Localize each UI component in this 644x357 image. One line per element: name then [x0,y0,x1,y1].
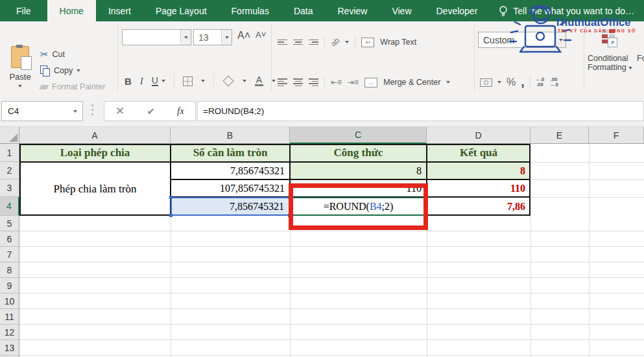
conditional-formatting-dropdown-arrow[interactable] [628,67,632,69]
name-box[interactable]: C4 [1,101,83,121]
paste-dropdown-arrow[interactable] [18,85,22,87]
column-header-f[interactable]: F [589,127,644,144]
underline-button[interactable]: U [152,76,158,86]
column-header-a[interactable]: A [19,127,171,144]
tab-formulas[interactable]: Formulas [219,0,281,21]
tab-developer[interactable]: Developer [424,0,490,21]
row-header-2[interactable]: 2 [0,162,19,179]
row-header-1[interactable]: 1 [0,144,19,162]
tab-data[interactable]: Data [281,0,326,21]
copy-dropdown-arrow[interactable] [77,69,80,72]
tab-insert[interactable]: Insert [96,0,143,21]
cut-button[interactable]: ✂ Cut [40,49,65,60]
orientation-icon[interactable]: ab [329,36,341,48]
conditional-formatting-button[interactable]: Conditional Formatting [588,54,632,72]
italic-button[interactable]: I [140,76,143,87]
copy-button[interactable]: Copy [40,65,80,76]
row-header-13[interactable]: 13 [0,340,19,356]
tab-home[interactable]: Home [47,0,96,21]
cell-b1[interactable]: Số cần làm tròn [171,144,290,162]
top-align-icon[interactable] [278,40,287,45]
row-header-9[interactable]: 9 [0,278,19,294]
cell-c1[interactable]: Công thức [290,144,427,162]
format-as-table-button-partial[interactable]: Fo [637,54,644,63]
row-header-5[interactable]: 5 [0,216,19,231]
orientation-dropdown-arrow[interactable] [345,41,349,43]
reference-handle-icon[interactable] [288,196,291,199]
cell-d1[interactable]: Kết quả [427,144,531,162]
middle-align-icon[interactable] [293,40,303,45]
align-right-icon[interactable] [309,78,318,86]
row-header-4[interactable]: 4 [0,197,19,216]
merge-center-button[interactable]: Merge & Center [383,78,440,87]
cell-c3[interactable]: 110 [290,179,427,197]
cell-d3[interactable]: 110 [427,179,531,197]
tab-file[interactable]: File [0,0,47,21]
column-header-c[interactable]: C [290,127,427,144]
cell-c4-active[interactable]: =ROUND(B4;2) [290,197,427,216]
font-size-dropdown-arrow[interactable] [225,36,229,39]
percent-style-button[interactable]: % [507,76,516,88]
font-name-combo[interactable] [122,29,191,45]
cancel-icon[interactable]: ✕ [115,104,125,118]
accounting-format-icon[interactable] [480,78,492,87]
align-center-icon[interactable] [293,78,303,86]
enter-icon[interactable]: ✔ [147,106,155,117]
empty-cells-bottom[interactable] [19,216,644,357]
cell-b4-referenced[interactable]: 7,856745321 [171,197,290,216]
reference-handle-icon[interactable] [169,214,173,217]
fill-color-icon[interactable] [222,76,233,87]
cell-d4[interactable]: 7,86 [427,197,531,216]
row-header-3[interactable]: 3 [0,179,19,197]
reference-handle-icon[interactable] [288,214,291,217]
row-header-7[interactable]: 7 [0,247,19,262]
format-painter-button[interactable]: Format Painter [40,82,106,91]
bottom-align-icon[interactable] [309,40,318,45]
tab-page-layout[interactable]: Page Layout [143,0,219,21]
row-header-8[interactable]: 8 [0,262,19,278]
tab-view[interactable]: View [379,0,423,21]
increase-indent-icon[interactable]: ⇥≡ [348,78,359,87]
column-header-e[interactable]: E [531,127,589,144]
font-color-button[interactable]: A [255,76,263,86]
row-header-11[interactable]: 11 [0,309,19,325]
formula-input[interactable]: =ROUND(B4;2) [197,101,644,121]
row-header-6[interactable]: 6 [0,231,19,247]
borders-icon[interactable] [183,76,193,86]
bold-button[interactable]: B [125,76,132,87]
column-header-b[interactable]: B [171,127,290,144]
grow-font-button[interactable]: A˄ [237,30,250,41]
font-name-dropdown-arrow[interactable] [184,36,188,39]
decrease-indent-icon[interactable]: ⇤≡ [331,78,342,87]
font-color-dropdown-arrow[interactable] [272,80,276,82]
fill-handle-icon[interactable] [424,213,427,216]
wrap-text-button[interactable]: Wrap Text [380,38,416,47]
shrink-font-button[interactable]: A˅ [256,30,266,40]
fill-color-dropdown-arrow[interactable] [243,80,246,82]
decrease-decimal-button[interactable]: .00 →.0 [549,77,558,87]
cell-b3[interactable]: 107,856745321 [171,179,290,197]
reference-handle-icon[interactable] [169,196,173,199]
row-header-12[interactable]: 12 [0,325,19,340]
row-header-10[interactable]: 10 [0,294,19,309]
column-header-d[interactable]: D [427,127,531,144]
cell-a2-merged[interactable]: Phép chia làm tròn [19,162,171,216]
cell-c2[interactable]: 8 [290,162,427,179]
increase-decimal-button[interactable]: ←.0 .00 [536,77,545,87]
merge-center-dropdown-arrow[interactable] [446,81,450,84]
comma-style-button[interactable]: , [521,75,524,89]
cell-b2[interactable]: 7,856745321 [171,162,290,179]
paste-button[interactable]: Paste [4,46,36,100]
cell-d2[interactable]: 8 [427,162,531,179]
select-all-corner[interactable] [0,127,19,144]
borders-dropdown-arrow[interactable] [201,80,205,82]
insert-function-icon[interactable]: fx [177,106,184,117]
font-size-combo[interactable]: 13 [193,29,232,45]
underline-dropdown-arrow[interactable] [161,80,165,82]
worksheet-grid[interactable]: A B C D E F 1 2 3 4 5 6 7 8 9 10 11 12 1… [0,127,644,357]
tab-review[interactable]: Review [326,0,380,21]
accounting-dropdown-arrow[interactable] [497,81,501,84]
empty-cells-right[interactable] [531,144,644,216]
align-left-icon[interactable] [278,78,287,86]
name-box-dropdown-arrow[interactable] [73,110,77,113]
